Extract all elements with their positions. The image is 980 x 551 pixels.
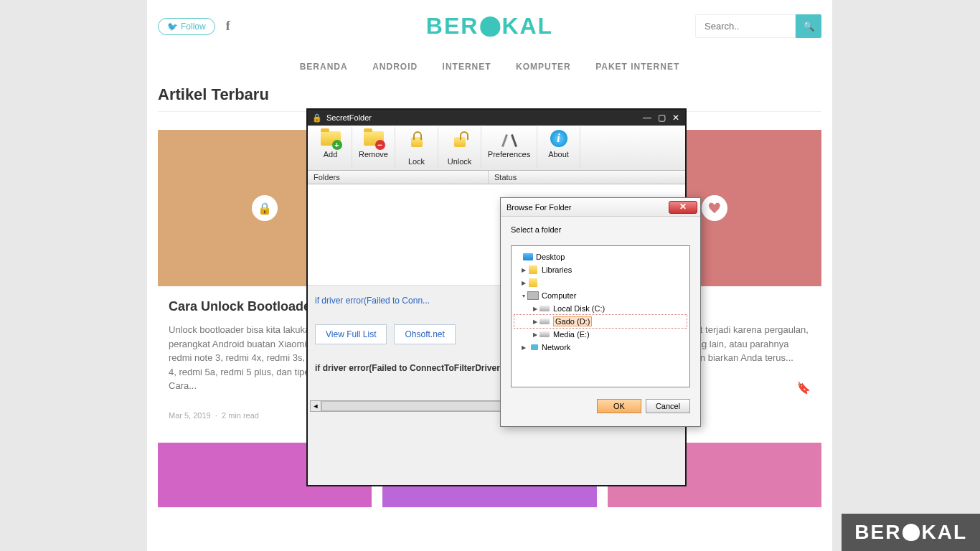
- nav-android[interactable]: ANDROID: [372, 62, 418, 72]
- add-button[interactable]: + Add: [309, 127, 352, 169]
- nav-komputer[interactable]: KOMPUTER: [516, 62, 571, 72]
- logo-text-1: BER: [426, 13, 479, 39]
- preferences-button[interactable]: Preferences: [481, 127, 537, 169]
- search-button[interactable]: 🔍: [796, 14, 821, 38]
- topbar: 🐦 Follow f BER KAL 🔍: [147, 14, 832, 52]
- tree-node-computer[interactable]: ▾ Computer: [514, 289, 687, 302]
- folders-column[interactable]: Folders: [308, 171, 489, 184]
- follow-button[interactable]: 🐦 Follow: [158, 18, 215, 35]
- bookmark-icon[interactable]: 🔖: [796, 381, 811, 395]
- folder-tree[interactable]: Desktop ▶ Libraries ▶ ▾ Computer ▶ Local…: [511, 245, 690, 387]
- follow-label: Follow: [181, 22, 206, 32]
- node-label: Media (E:): [553, 330, 590, 339]
- tools-icon: [498, 130, 521, 149]
- add-label: Add: [311, 150, 350, 159]
- lock-button[interactable]: Lock: [395, 127, 438, 169]
- node-label: Gado (D:): [553, 316, 592, 326]
- tree-node-local-c[interactable]: ▶ Local Disk (C:): [514, 302, 687, 315]
- ok-button[interactable]: OK: [597, 399, 641, 413]
- tree-node-user[interactable]: ▶: [514, 276, 687, 289]
- drive-icon: [539, 329, 550, 339]
- brain-icon: [903, 524, 920, 541]
- toolbar: + Add − Remove Lock Unlock Preferences i…: [308, 126, 685, 171]
- window-controls: — ▢ ✕: [642, 113, 681, 123]
- cancel-button[interactable]: Cancel: [646, 399, 690, 413]
- nav-paket-internet[interactable]: PAKET INTERNET: [595, 62, 679, 72]
- tree-node-libraries[interactable]: ▶ Libraries: [514, 263, 687, 276]
- remove-label: Remove: [354, 150, 393, 159]
- search-input[interactable]: [695, 14, 796, 38]
- remove-button[interactable]: − Remove: [352, 127, 395, 169]
- search-icon: 🔍: [803, 21, 815, 32]
- drive-icon: [539, 316, 550, 326]
- window-titlebar[interactable]: 🔒 SecretFolder — ▢ ✕: [308, 110, 685, 126]
- drive-icon: [539, 303, 550, 314]
- folder-add-icon: +: [319, 130, 342, 149]
- scroll-left-button[interactable]: ◄: [310, 400, 321, 412]
- nav-beranda[interactable]: BERANDA: [300, 62, 348, 72]
- view-full-list-button[interactable]: View Full List: [315, 324, 387, 344]
- info-icon: i: [547, 130, 570, 149]
- dialog-instruction: Select a folder: [501, 217, 700, 242]
- brain-icon: [480, 17, 500, 37]
- node-label: Computer: [542, 291, 576, 300]
- expand-icon[interactable]: ▶: [532, 306, 539, 312]
- ohsoft-button[interactable]: Ohsoft.net: [394, 324, 455, 344]
- about-button[interactable]: i About: [537, 127, 580, 169]
- facebook-icon[interactable]: f: [226, 19, 230, 34]
- libraries-icon: [527, 265, 539, 275]
- card-read: 2 min read: [222, 411, 259, 420]
- network-icon: [527, 342, 539, 352]
- watermark: BER KAL: [842, 514, 980, 551]
- lock-label: Lock: [397, 157, 436, 166]
- folder-remove-icon: −: [362, 130, 385, 149]
- tree-node-media-e[interactable]: ▶ Media (E:): [514, 328, 687, 341]
- watermark-text-2: KAL: [921, 521, 967, 544]
- collapse-icon[interactable]: ▾: [520, 293, 527, 299]
- twitter-icon: 🐦: [167, 22, 178, 32]
- unlock-icon: [448, 137, 471, 156]
- computer-icon: [527, 291, 539, 301]
- expand-icon[interactable]: ▶: [520, 267, 527, 273]
- logo-text-2: KAL: [501, 13, 553, 39]
- dialog-title: Browse For Folder: [507, 203, 571, 212]
- lock-icon: [405, 137, 428, 156]
- unlock-button[interactable]: Unlock: [438, 127, 481, 169]
- search-wrap: 🔍: [695, 14, 821, 38]
- watermark-text-1: BER: [854, 521, 901, 544]
- expand-icon[interactable]: ▶: [532, 319, 539, 325]
- expand-icon[interactable]: ▶: [520, 344, 527, 351]
- node-label: Network: [542, 343, 570, 352]
- dialog-buttons: OK Cancel: [501, 390, 700, 422]
- desktop-icon: [523, 253, 533, 260]
- tree-node-network[interactable]: ▶ Network: [514, 341, 687, 354]
- close-button[interactable]: ✕: [669, 201, 697, 214]
- unlock-label: Unlock: [440, 157, 479, 166]
- lock-icon: 🔒: [252, 195, 278, 221]
- dialog-titlebar[interactable]: Browse For Folder ✕: [501, 198, 700, 217]
- list-headers: Folders Status: [308, 171, 685, 184]
- expand-icon[interactable]: ▶: [532, 331, 539, 338]
- main-nav: BERANDA ANDROID INTERNET KOMPUTER PAKET …: [147, 52, 832, 85]
- browse-folder-dialog: Browse For Folder ✕ Select a folder Desk…: [500, 197, 701, 427]
- node-label: Local Disk (C:): [553, 304, 605, 313]
- heart-icon: [702, 195, 727, 221]
- status-column[interactable]: Status: [489, 171, 685, 184]
- preferences-label: Preferences: [483, 150, 535, 159]
- node-label: Desktop: [536, 253, 565, 261]
- card-date: Mar 5, 2019: [169, 411, 211, 420]
- expand-icon[interactable]: ▶: [520, 280, 527, 286]
- site-logo[interactable]: BER KAL: [426, 13, 553, 39]
- section-title: Artikel Terbaru: [147, 85, 832, 111]
- about-label: About: [539, 150, 578, 159]
- nav-internet[interactable]: INTERNET: [443, 62, 491, 72]
- window-title: SecretFolder: [326, 113, 372, 122]
- maximize-button[interactable]: ▢: [656, 113, 666, 123]
- user-icon: [527, 278, 539, 288]
- tree-node-gado-d[interactable]: ▶ Gado (D:): [514, 315, 687, 328]
- node-label: Libraries: [542, 265, 572, 274]
- close-button[interactable]: ✕: [671, 113, 681, 123]
- minimize-button[interactable]: —: [642, 113, 652, 123]
- tree-node-desktop[interactable]: Desktop: [514, 250, 687, 263]
- app-icon: 🔒: [312, 113, 322, 123]
